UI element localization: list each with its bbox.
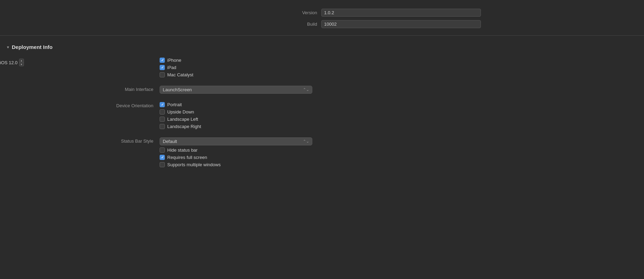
landscape-right-label: Landscape Right bbox=[167, 124, 201, 129]
landscape-right-checkbox[interactable] bbox=[160, 124, 165, 129]
requires-full-screen-label: Requires full screen bbox=[167, 155, 207, 160]
status-bar-value: Default bbox=[163, 139, 177, 144]
dropdown-arrows-icon: ⌃⌄ bbox=[303, 87, 309, 92]
device-orientation-label: Device Orientation bbox=[0, 102, 160, 108]
iphone-label: iPhone bbox=[167, 58, 181, 63]
chevron-down-icon: ▾ bbox=[7, 45, 9, 50]
upside-down-label: Upside Down bbox=[167, 109, 194, 115]
landscape-left-checkbox-row[interactable]: Landscape Left bbox=[160, 117, 201, 122]
status-bar-dropdown[interactable]: Default ⌃⌄ bbox=[160, 137, 312, 145]
portrait-checkbox-row[interactable]: Portrait bbox=[160, 102, 201, 107]
ios-stepper[interactable]: iOS 12.0 ▲ ▼ bbox=[0, 59, 153, 66]
iphone-checkbox-row[interactable]: iPhone bbox=[160, 58, 193, 63]
ipad-checkbox[interactable] bbox=[160, 65, 165, 70]
ipad-label: iPad bbox=[167, 65, 176, 70]
version-input[interactable] bbox=[321, 9, 481, 17]
hide-status-bar-checkbox[interactable] bbox=[160, 147, 165, 153]
landscape-left-checkbox[interactable] bbox=[160, 117, 165, 122]
ios-version-label: iOS 12.0 ▲ ▼ bbox=[0, 58, 160, 66]
requires-full-screen-checkbox-row[interactable]: Requires full screen bbox=[160, 155, 312, 160]
upside-down-checkbox-row[interactable]: Upside Down bbox=[160, 109, 201, 115]
status-bar-label: Status Bar Style bbox=[0, 137, 160, 144]
main-interface-value: LaunchScreen bbox=[163, 87, 192, 92]
main-interface-content: LaunchScreen ⌃⌄ bbox=[160, 86, 312, 94]
stepper-up-arrow[interactable]: ▲ bbox=[19, 59, 24, 63]
main-interface-label: Main Interface bbox=[0, 86, 160, 92]
mac-catalyst-checkbox[interactable] bbox=[160, 72, 165, 77]
main-interface-row: Main Interface LaunchScreen ⌃⌄ bbox=[0, 84, 644, 95]
build-row: Build bbox=[130, 18, 495, 30]
ios-version-value: iOS 12.0 bbox=[0, 60, 18, 65]
supports-multiple-windows-checkbox-row[interactable]: Supports multiple windows bbox=[160, 162, 312, 167]
ios-version-stepper[interactable]: ▲ ▼ bbox=[19, 59, 24, 66]
status-bar-row: Status Bar Style Default ⌃⌄ Hide status … bbox=[0, 136, 644, 169]
hide-status-bar-checkbox-row[interactable]: Hide status bar bbox=[160, 147, 312, 153]
supports-multiple-windows-checkbox[interactable] bbox=[160, 162, 165, 167]
device-checkboxes: iPhone iPad Mac Catalyst bbox=[160, 58, 193, 77]
iphone-checkbox[interactable] bbox=[160, 58, 165, 63]
upside-down-checkbox[interactable] bbox=[160, 109, 165, 115]
build-label: Build bbox=[289, 22, 317, 27]
stepper-down-arrow[interactable]: ▼ bbox=[19, 63, 24, 66]
mac-catalyst-label: Mac Catalyst bbox=[167, 72, 193, 77]
portrait-label: Portrait bbox=[167, 102, 182, 107]
requires-full-screen-checkbox[interactable] bbox=[160, 155, 165, 160]
deployment-info-header[interactable]: ▾ Deployment Info bbox=[0, 41, 644, 53]
settings-area: iOS 12.0 ▲ ▼ iPhone iPad bbox=[0, 53, 644, 174]
supports-multiple-windows-label: Supports multiple windows bbox=[167, 162, 221, 167]
version-label: Version bbox=[289, 10, 317, 15]
deployment-info-title: Deployment Info bbox=[12, 44, 53, 50]
ios-version-row: iOS 12.0 ▲ ▼ iPhone iPad bbox=[0, 56, 644, 79]
status-bar-dropdown-arrows-icon: ⌃⌄ bbox=[303, 139, 309, 144]
mac-catalyst-checkbox-row[interactable]: Mac Catalyst bbox=[160, 72, 193, 77]
orientation-checkboxes: Portrait Upside Down Landscape Left Land… bbox=[160, 102, 201, 129]
build-input[interactable] bbox=[321, 20, 481, 28]
main-container: Version Build ▾ Deployment Info iOS 12.0… bbox=[0, 0, 644, 180]
hide-status-bar-label: Hide status bar bbox=[167, 147, 197, 153]
main-interface-dropdown[interactable]: LaunchScreen ⌃⌄ bbox=[160, 86, 312, 94]
landscape-right-checkbox-row[interactable]: Landscape Right bbox=[160, 124, 201, 129]
landscape-left-label: Landscape Left bbox=[167, 117, 198, 122]
section-divider bbox=[0, 35, 644, 36]
version-row: Version bbox=[130, 7, 495, 18]
status-bar-content: Default ⌃⌄ Hide status bar Requires full… bbox=[160, 137, 312, 167]
ipad-checkbox-row[interactable]: iPad bbox=[160, 65, 193, 70]
portrait-checkbox[interactable] bbox=[160, 102, 165, 107]
device-orientation-row: Device Orientation Portrait Upside Down … bbox=[0, 101, 644, 130]
